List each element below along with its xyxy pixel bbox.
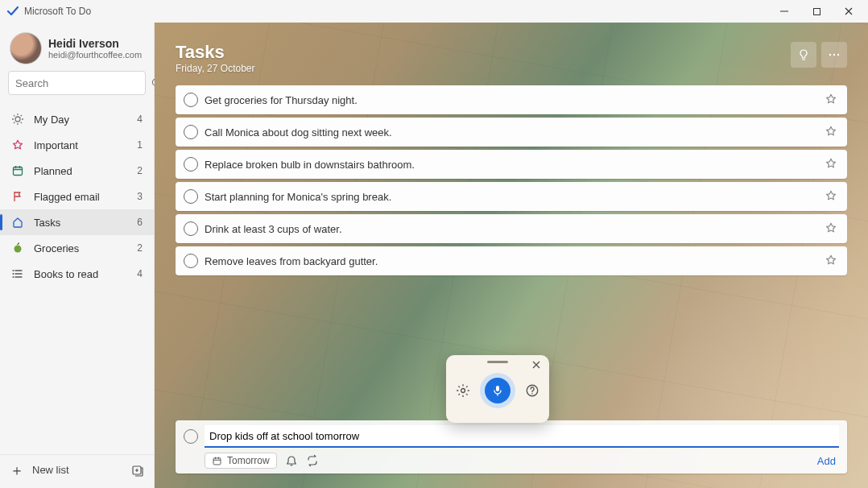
search-input[interactable]	[15, 77, 151, 89]
app-logo-icon	[6, 5, 19, 18]
sidebar-item-important[interactable]: Important 1	[0, 132, 154, 158]
suggestions-button[interactable]	[791, 42, 816, 68]
sidebar-item-count: 1	[137, 139, 143, 151]
profile-block[interactable]: Heidi Iverson heidi@fourthcoffee.com	[0, 29, 154, 71]
window-minimize-button[interactable]	[768, 0, 800, 23]
search-box[interactable]	[8, 71, 146, 95]
task-title: Remove leaves from backyard gutter.	[205, 255, 818, 267]
sidebar-item-label: Books to read	[34, 268, 127, 280]
list-icon	[11, 267, 24, 280]
svg-point-4	[14, 246, 22, 253]
sidebar-item-books-to-read[interactable]: Books to read 4	[0, 261, 154, 287]
svg-point-7	[13, 276, 14, 278]
avatar	[10, 32, 42, 64]
sidebar-item-label: Important	[34, 139, 127, 151]
svg-rect-16	[213, 457, 221, 464]
svg-rect-3	[14, 167, 23, 176]
repeat-icon[interactable]	[306, 454, 319, 467]
sidebar-item-count: 2	[137, 165, 143, 176]
main-panel: Tasks Friday, 27 October Get groceries f…	[155, 23, 868, 488]
calendar-icon	[11, 164, 24, 177]
due-date-chip[interactable]: Tomorrow	[205, 453, 277, 469]
help-icon[interactable]	[525, 383, 539, 398]
task-checkbox[interactable]	[184, 93, 198, 107]
task-row[interactable]: Call Monica about dog sitting next week.	[176, 118, 847, 147]
sidebar-item-groceries[interactable]: Groceries 2	[0, 235, 154, 261]
task-checkbox[interactable]	[184, 125, 198, 139]
task-list: Get groceries for Thursday night. Call M…	[176, 85, 847, 275]
star-icon	[11, 139, 24, 151]
grocery-icon	[11, 242, 24, 254]
sidebar-item-count: 2	[137, 242, 143, 254]
gear-icon[interactable]	[456, 383, 470, 398]
list-options-button[interactable]	[821, 42, 847, 68]
sidebar-item-planned[interactable]: Planned 2	[0, 158, 154, 184]
page-title: Tasks	[176, 42, 254, 63]
star-icon[interactable]	[825, 254, 839, 268]
reminder-icon[interactable]	[285, 454, 298, 467]
window-close-button[interactable]	[833, 0, 865, 23]
task-row[interactable]: Start planning for Monica's spring break…	[176, 182, 847, 211]
svg-rect-13	[496, 386, 499, 391]
profile-name: Heidi Iverson	[48, 37, 142, 50]
sidebar-item-flagged-email[interactable]: Flagged email 3	[0, 184, 154, 209]
profile-email: heidi@fourthcoffee.com	[48, 50, 142, 60]
plus-icon[interactable]: ＋	[10, 461, 24, 480]
task-title: Get groceries for Thursday night.	[205, 94, 818, 106]
task-checkbox[interactable]	[184, 189, 198, 204]
star-icon[interactable]	[825, 125, 839, 139]
star-icon[interactable]	[825, 189, 839, 204]
add-button[interactable]: Add	[817, 455, 839, 467]
add-task-checkbox[interactable]	[184, 429, 198, 444]
svg-point-2	[15, 117, 20, 122]
task-title: Replace broken bulb in downstairs bathro…	[205, 159, 818, 171]
sidebar-item-count: 4	[137, 114, 143, 125]
svg-point-15	[531, 393, 533, 395]
task-title: Start planning for Monica's spring break…	[205, 191, 818, 203]
task-row[interactable]: Remove leaves from backyard gutter.	[176, 246, 847, 275]
sun-icon	[11, 113, 24, 126]
sidebar-item-label: Tasks	[34, 217, 127, 229]
svg-point-12	[461, 389, 465, 393]
new-group-icon[interactable]	[131, 464, 144, 477]
page-date: Friday, 27 October	[176, 63, 254, 74]
sidebar-nav: My Day 4 Important 1 Planned 2 Flagged e…	[0, 103, 154, 454]
sidebar-item-label: Flagged email	[34, 191, 127, 203]
mic-button[interactable]	[480, 373, 515, 408]
voice-dictation-popup	[446, 355, 549, 423]
task-row[interactable]: Drink at least 3 cups of water.	[176, 214, 847, 243]
app-title: Microsoft To Do	[24, 6, 91, 17]
svg-rect-0	[813, 8, 820, 14]
sidebar-item-tasks[interactable]: Tasks 6	[0, 209, 154, 235]
task-checkbox[interactable]	[184, 254, 198, 268]
sidebar-item-count: 4	[137, 268, 143, 279]
sidebar-item-count: 6	[137, 217, 143, 228]
sidebar-item-count: 3	[137, 191, 143, 202]
task-title: Drink at least 3 cups of water.	[205, 223, 818, 235]
window-maximize-button[interactable]	[800, 0, 833, 23]
star-icon[interactable]	[825, 93, 839, 107]
new-list-button[interactable]: New list	[32, 464, 123, 476]
sidebar-item-label: Groceries	[34, 242, 127, 254]
svg-point-5	[13, 270, 14, 271]
sidebar-item-label: Planned	[34, 165, 127, 177]
star-icon[interactable]	[825, 157, 839, 172]
star-icon[interactable]	[825, 221, 839, 236]
svg-point-11	[837, 54, 839, 56]
add-task-bar: Tomorrow Add	[176, 420, 847, 474]
task-row[interactable]: Get groceries for Thursday night.	[176, 85, 847, 114]
flag-icon	[11, 190, 24, 203]
sidebar: Heidi Iverson heidi@fourthcoffee.com My …	[0, 23, 155, 488]
task-row[interactable]: Replace broken bulb in downstairs bathro…	[176, 150, 847, 179]
task-checkbox[interactable]	[184, 221, 198, 236]
sidebar-item-my-day[interactable]: My Day 4	[0, 106, 154, 132]
svg-point-10	[833, 54, 835, 56]
svg-point-6	[13, 273, 14, 275]
due-date-chip-label: Tomorrow	[227, 455, 270, 466]
sidebar-item-label: My Day	[34, 114, 127, 126]
task-title: Call Monica about dog sitting next week.	[205, 126, 818, 139]
close-icon[interactable]	[531, 360, 543, 371]
home-icon	[11, 216, 24, 229]
add-task-input[interactable]	[205, 425, 839, 448]
task-checkbox[interactable]	[184, 157, 198, 172]
